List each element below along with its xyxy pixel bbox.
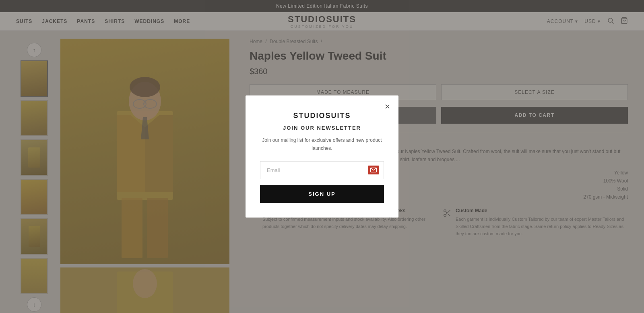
email-input-wrap	[260, 161, 384, 179]
signup-button[interactable]: SIGN UP	[260, 185, 384, 203]
modal-logo: STUDIOSUITS	[260, 112, 384, 120]
email-icon	[368, 166, 379, 174]
modal-close-button[interactable]: ✕	[382, 101, 393, 112]
modal-title: JOIN OUR NEWSLETTER	[260, 125, 384, 131]
newsletter-modal: ✕ STUDIOSUITS JOIN OUR NEWSLETTER Join o…	[246, 95, 398, 217]
modal-overlay[interactable]: ✕ STUDIOSUITS JOIN OUR NEWSLETTER Join o…	[0, 0, 644, 313]
modal-subtitle: Join our mailing list for exclusive offe…	[260, 137, 384, 152]
close-icon: ✕	[384, 102, 390, 111]
email-input[interactable]	[260, 161, 384, 179]
